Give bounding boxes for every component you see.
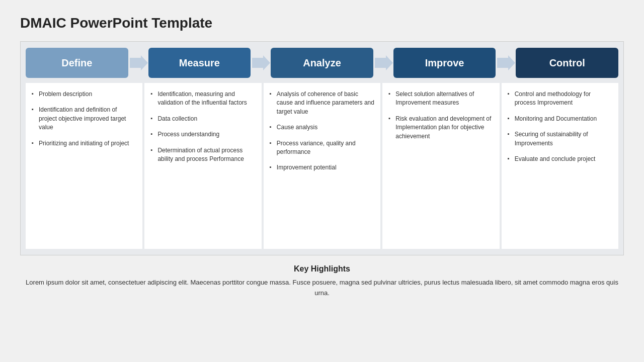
list-item: Control and methodology for process Impr… — [508, 90, 612, 108]
list-item: Cause analysis — [270, 123, 374, 132]
svg-marker-1 — [252, 55, 270, 70]
svg-marker-2 — [375, 55, 393, 70]
svg-marker-3 — [497, 55, 515, 70]
header-measure: Measure — [148, 48, 251, 78]
list-item: Improvement potential — [270, 163, 374, 172]
list-item: Analysis of coherence of basic cause and… — [270, 90, 374, 116]
list-item: Data collection — [150, 115, 255, 123]
list-item: Determination of actual process ability … — [150, 146, 255, 164]
header-improve: Improve — [393, 48, 496, 78]
content-row: Problem descriptionIdentification and de… — [26, 83, 618, 249]
list-item: Problem description — [32, 90, 136, 99]
headers-row: Define Measure Analyze Improve Control — [26, 48, 618, 78]
list-item: Evaluate and conclude project — [508, 155, 612, 163]
list-item: Securing of sustainability of Improvemen… — [508, 130, 612, 148]
header-define: Define — [26, 48, 128, 78]
content-define: Problem descriptionIdentification and de… — [26, 83, 142, 249]
page-title: DMAIC PowerPoint Template — [20, 15, 212, 31]
content-measure: Identification, measuring and validation… — [144, 83, 261, 249]
content-control: Control and methodology for process Impr… — [502, 83, 618, 249]
list-item: Monitoring and Documentation — [508, 115, 612, 123]
header-control: Control — [516, 48, 618, 78]
arrow-1 — [252, 48, 271, 78]
arrow-3 — [497, 48, 516, 78]
list-item: Select solution alternatives of Improvem… — [388, 90, 493, 108]
list-item: Risk evaluation and development of Imple… — [388, 115, 493, 141]
arrow-0 — [129, 48, 148, 78]
list-item: Identification, measuring and validation… — [150, 90, 255, 108]
dmaic-diagram: Define Measure Analyze Improve Control P… — [20, 41, 624, 255]
svg-marker-0 — [130, 55, 148, 70]
header-analyze: Analyze — [271, 48, 373, 78]
content-analyze: Analysis of coherence of basic cause and… — [264, 83, 380, 249]
key-highlights-section: Key Highlights Lorem ipsum dolor sit ame… — [20, 264, 624, 299]
list-item: Process variance, quality and performanc… — [270, 139, 374, 157]
key-highlights-title: Key Highlights — [25, 264, 619, 274]
key-highlights-text: Lorem ipsum dolor sit amet, consectetuer… — [25, 278, 619, 299]
content-improve: Select solution alternatives of Improvem… — [382, 83, 499, 249]
arrow-2 — [374, 48, 393, 78]
list-item: Prioritizing and initiating of project — [32, 139, 136, 148]
list-item: Process understanding — [150, 130, 255, 139]
list-item: Identification and definition of project… — [32, 106, 136, 132]
